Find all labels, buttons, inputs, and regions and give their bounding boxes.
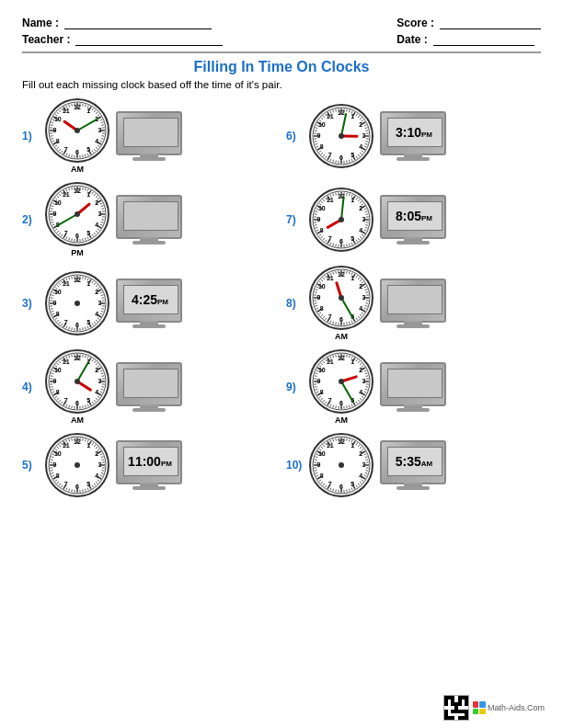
monitor-base	[132, 486, 166, 490]
problem-number: 2)	[22, 213, 39, 226]
clock-ampm: AM	[335, 332, 348, 341]
monitor-body: 5:35AM	[380, 440, 446, 484]
digital-time: 4:25	[132, 293, 157, 306]
monitor	[380, 362, 446, 412]
problem-number: 4)	[22, 381, 39, 393]
monitor-wrapper	[380, 362, 446, 412]
qr-code	[443, 695, 469, 721]
clock-ampm: AM	[71, 415, 84, 425]
monitor	[116, 362, 182, 412]
name-label: Name :	[22, 17, 59, 29]
clock-wrapper	[308, 103, 374, 169]
monitor-screen: 5:35AM	[387, 447, 442, 476]
monitor	[116, 111, 182, 161]
monitor-base	[132, 241, 166, 245]
monitor-body	[380, 279, 446, 323]
score-row: Score :	[396, 17, 541, 29]
digital-time: 5:35	[396, 455, 421, 468]
clock-wrapper: PM	[44, 181, 110, 257]
monitor: 5:35AM	[380, 440, 446, 490]
digital-time: 8:05	[396, 210, 421, 222]
digital-ampm: PM	[421, 131, 432, 139]
digital-ampm: AM	[421, 460, 432, 468]
monitor-screen	[387, 369, 442, 398]
problem-number: 9)	[286, 381, 303, 393]
problem-pair: 6)3:10PM	[286, 96, 541, 176]
problem-number: 10)	[286, 459, 303, 472]
monitor-wrapper: 8:05PM	[380, 195, 446, 245]
monitor-body: 8:05PM	[380, 195, 446, 239]
teacher-row: Teacher :	[22, 33, 223, 46]
problem-number: 8)	[286, 297, 303, 310]
monitor-wrapper: 5:35AM	[380, 440, 446, 490]
header-right: Score : Date :	[396, 17, 541, 46]
monitor-base	[132, 324, 166, 328]
problem-pair: 1)AM	[22, 96, 277, 176]
teacher-label: Teacher :	[22, 33, 70, 46]
date-line	[433, 33, 534, 46]
header-left: Name : Teacher :	[22, 17, 223, 46]
digital-ampm: PM	[421, 214, 432, 222]
clock-ampm: AM	[71, 165, 84, 174]
monitor-wrapper	[116, 111, 182, 161]
instructions: Fill out each missing clock based off th…	[22, 79, 541, 90]
problem-pair: 2)PM	[22, 179, 277, 259]
monitor-base	[396, 157, 430, 161]
monitor-screen	[123, 369, 178, 398]
monitor-body	[380, 362, 446, 406]
name-row: Name :	[22, 17, 223, 29]
problem-number: 3)	[22, 297, 39, 310]
monitor-screen: 8:05PM	[387, 201, 442, 231]
clock-wrapper	[44, 432, 110, 498]
digital-time: 3:10	[396, 126, 421, 139]
monitor-screen	[123, 201, 178, 231]
problems-grid: 1)AM6)3:10PM2)PM7)8:05PM3)4:25PM8)AM4)AM…	[22, 96, 541, 500]
monitor-body	[116, 362, 182, 406]
problem-pair: 7)8:05PM	[286, 179, 541, 259]
clock-wrapper	[308, 432, 374, 498]
monitor-screen: 11:00PM	[123, 447, 178, 476]
site-name: Math-Aids.Com	[488, 703, 545, 712]
problem-number: 5)	[22, 459, 39, 472]
analog-clock	[44, 97, 110, 164]
monitor	[116, 195, 182, 245]
page: Name : Teacher : Score : Date : Filling …	[0, 0, 563, 728]
monitor-screen	[123, 118, 178, 147]
analog-clock	[308, 187, 374, 253]
analog-clock	[308, 265, 374, 331]
divider	[22, 51, 541, 53]
name-line	[64, 17, 212, 29]
monitor-base	[132, 157, 166, 161]
analog-clock	[44, 270, 110, 336]
clock-wrapper: AM	[44, 348, 110, 425]
digital-time: 11:00	[128, 455, 161, 468]
monitor-screen	[387, 285, 442, 314]
problem-pair: 5)11:00PM	[22, 430, 277, 500]
date-label: Date :	[396, 33, 427, 46]
monitor: 4:25PM	[116, 279, 182, 328]
monitor	[380, 279, 446, 328]
clock-wrapper: AM	[308, 265, 374, 341]
teacher-line	[75, 33, 223, 46]
footer: Math-Aids.Com	[443, 695, 545, 721]
monitor-wrapper	[380, 279, 446, 328]
monitor-screen: 3:10PM	[387, 118, 442, 147]
analog-clock	[308, 103, 374, 169]
clock-ampm: PM	[71, 248, 84, 257]
analog-clock	[44, 432, 110, 498]
monitor-screen: 4:25PM	[123, 285, 178, 314]
score-label: Score :	[396, 17, 434, 29]
monitor-wrapper	[116, 195, 182, 245]
monitor-body: 11:00PM	[116, 440, 182, 484]
digital-ampm: PM	[157, 298, 168, 306]
clock-wrapper: AM	[308, 348, 374, 425]
analog-clock	[308, 348, 374, 415]
monitor: 3:10PM	[380, 111, 446, 161]
monitor-base	[132, 408, 166, 412]
monitor-base	[396, 324, 430, 328]
problem-number: 7)	[286, 213, 303, 226]
clock-wrapper: AM	[44, 97, 110, 174]
problem-pair: 9)AM	[286, 347, 541, 427]
math-aids-logo: Math-Aids.Com	[473, 701, 545, 714]
problem-pair: 4)AM	[22, 347, 277, 427]
